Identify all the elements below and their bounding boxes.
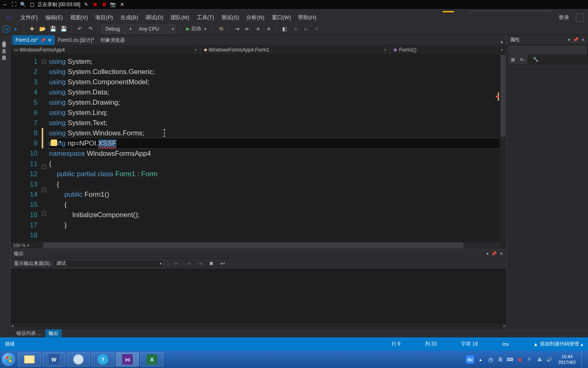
output-clear-button[interactable]: ✖ — [207, 259, 216, 268]
taskbar-help[interactable]: ? — [91, 352, 114, 366]
tray-network-icon[interactable]: 🖧 — [536, 356, 543, 363]
status-source-control[interactable]: ▲ 添加到源代码管理 ▴ — [533, 341, 583, 348]
nav-method-dropdown[interactable]: ◉ Form1() — [390, 45, 506, 55]
left-tool-strip: 服务器资源管理器 工具箱 数据源 — [0, 35, 11, 329]
browser-link-button[interactable]: ⟲ — [216, 25, 225, 34]
properties-object-dropdown[interactable] — [508, 46, 586, 54]
properties-grid[interactable] — [507, 65, 588, 329]
open-file-button[interactable]: 📂 — [38, 25, 47, 34]
server-explorer-tab[interactable]: 服务器资源管理器 — [0, 35, 7, 43]
taskbar-word[interactable]: W — [42, 352, 65, 366]
nav-namespace-dropdown[interactable]: ▭ WindowsFormsApp4 — [11, 45, 200, 55]
menu-build[interactable]: 生成(B) — [117, 13, 141, 22]
zoom-dropdown[interactable]: 100 % — [13, 243, 26, 248]
editor-hscrollbar[interactable] — [43, 242, 500, 248]
tab-error-list[interactable]: 错误列表 ... — [13, 329, 45, 338]
toolbox-tab[interactable]: 工具箱 — [0, 43, 7, 49]
nav-class-dropdown[interactable]: ◆ WindowsFormsApp4.Form1 — [200, 45, 390, 55]
recorder-draw-icon[interactable]: ▢ — [29, 1, 35, 8]
lightbulb-icon[interactable] — [51, 139, 57, 146]
platform-dropdown[interactable]: Any CPU — [135, 25, 176, 34]
menu-test[interactable]: 测试(S) — [218, 13, 242, 22]
properties-wrench-icon[interactable]: 🔧 — [531, 55, 540, 64]
tray-du-icon[interactable]: du — [466, 355, 474, 364]
output-text-area[interactable] — [11, 269, 506, 323]
tab-form1-cs[interactable]: Form1.cs* 📌 ✕ — [12, 35, 55, 45]
properties-dropdown-icon[interactable]: ▾ — [568, 37, 570, 43]
bookmark-button[interactable]: ◧ — [280, 25, 289, 34]
toolbar-btn-4[interactable]: ≡ — [264, 25, 273, 34]
output-wrap-button[interactable]: ↩ — [218, 259, 227, 268]
start-button[interactable] — [0, 351, 17, 368]
datasources-tab[interactable]: 数据源 — [0, 49, 7, 56]
menu-window[interactable]: 窗口(W) — [269, 13, 294, 22]
save-all-button[interactable]: 💾 — [59, 25, 68, 34]
menu-file[interactable]: 文件(F) — [17, 13, 41, 22]
editor-vscrollbar[interactable] — [500, 55, 506, 241]
output-btn-1: ⇤ — [172, 259, 181, 268]
recorder-pencil-icon[interactable]: ✎ — [83, 1, 89, 8]
config-dropdown[interactable]: Debug — [102, 25, 134, 34]
tray-flag-icon[interactable]: ⚐ — [526, 356, 533, 363]
recorder-zoom-icon[interactable]: 🔍 — [20, 1, 26, 8]
recorder-close-icon[interactable]: ✕ — [119, 1, 125, 8]
svg-rect-0 — [6, 357, 8, 359]
recorder-record-icon[interactable] — [92, 1, 98, 8]
tab-output[interactable]: 输出 — [45, 329, 62, 338]
redo-button[interactable]: ↷ — [86, 25, 95, 34]
menu-help[interactable]: 帮助(H) — [295, 13, 319, 22]
nav-forward-button[interactable]: ▸ — [11, 25, 20, 34]
tray-volume-icon[interactable]: 🔊 — [546, 356, 552, 363]
output-dropdown-icon[interactable]: ▾ — [486, 251, 489, 256]
taskbar-browser[interactable] — [67, 352, 90, 366]
menu-debug[interactable]: 调试(D) — [142, 13, 167, 22]
pin-icon[interactable]: 📌 — [40, 38, 45, 43]
avatar-icon[interactable] — [576, 13, 584, 22]
tray-ime[interactable]: 英 — [497, 356, 503, 363]
properties-pin-icon[interactable]: 📌 — [573, 37, 579, 43]
output-pin-icon[interactable]: 📌 — [491, 251, 497, 256]
code-area[interactable]: using System;using System.Collections.Ge… — [49, 55, 506, 241]
tabs-overflow-button[interactable]: ▾ — [497, 40, 506, 45]
text-cursor-icon — [164, 129, 165, 137]
code-editor[interactable]: 123456789101112131415161718 −−−− using S… — [11, 55, 506, 241]
toolbar-btn-1[interactable]: ⇥ — [232, 25, 241, 34]
recorder-fullscreen-icon[interactable]: ⛶ — [11, 1, 17, 8]
recorder-stop-icon[interactable] — [101, 1, 107, 8]
categorized-button[interactable]: ▦ — [508, 55, 517, 64]
toolbar-btn-2[interactable]: ⇤ — [243, 25, 252, 34]
nav-back-button[interactable]: ◂ — [2, 25, 10, 33]
properties-close-icon[interactable]: ✕ — [581, 37, 585, 43]
menu-team[interactable]: 团队(M) — [167, 13, 193, 22]
taskbar-excel[interactable]: X — [140, 352, 163, 366]
undo-button[interactable]: ↶ — [75, 25, 84, 34]
tray-app-icon[interactable]: ▣ — [517, 356, 523, 363]
show-desktop-button[interactable] — [581, 351, 586, 368]
tab-form1-design[interactable]: Form1.cs [设计]* — [55, 35, 98, 45]
output-source-dropdown[interactable]: 调试 — [53, 260, 164, 268]
vs-logo-icon[interactable]: ⋈ — [2, 11, 16, 24]
menu-analyze[interactable]: 分析(N) — [243, 13, 267, 22]
menu-tools[interactable]: 工具(T) — [194, 13, 218, 22]
menu-edit[interactable]: 编辑(E) — [42, 13, 66, 22]
save-button[interactable]: 💾 — [49, 25, 58, 34]
menu-login[interactable]: 登录 — [555, 13, 572, 22]
start-debug-button[interactable]: ▶启动 — [183, 25, 209, 34]
taskbar-explorer[interactable] — [18, 352, 41, 366]
tray-expand-icon[interactable]: ▴ — [477, 356, 484, 363]
recorder-move-icon[interactable]: ↔ — [2, 1, 8, 8]
recorder-camera-icon[interactable]: 📷 — [110, 1, 116, 8]
tray-keyboard-icon[interactable]: ⌨ — [507, 356, 513, 363]
tray-globe-icon[interactable]: ◷ — [487, 356, 494, 363]
new-project-button[interactable]: ✚ — [27, 25, 36, 34]
output-close-icon[interactable]: ✕ — [499, 251, 503, 256]
taskbar-visualstudio[interactable]: ⋈ — [116, 352, 139, 366]
alphabetical-button[interactable]: A↓ — [518, 55, 527, 64]
output-hscrollbar[interactable] — [11, 323, 506, 329]
toolbar-btn-3[interactable]: ≡ — [254, 25, 263, 34]
menu-project[interactable]: 项目(P) — [92, 13, 116, 22]
tray-clock[interactable]: 15:442017/4/2 — [556, 354, 578, 365]
menu-view[interactable]: 视图(V) — [67, 13, 91, 22]
close-icon[interactable]: ✕ — [48, 38, 51, 43]
tab-object-browser[interactable]: 对象浏览器 — [97, 35, 128, 45]
